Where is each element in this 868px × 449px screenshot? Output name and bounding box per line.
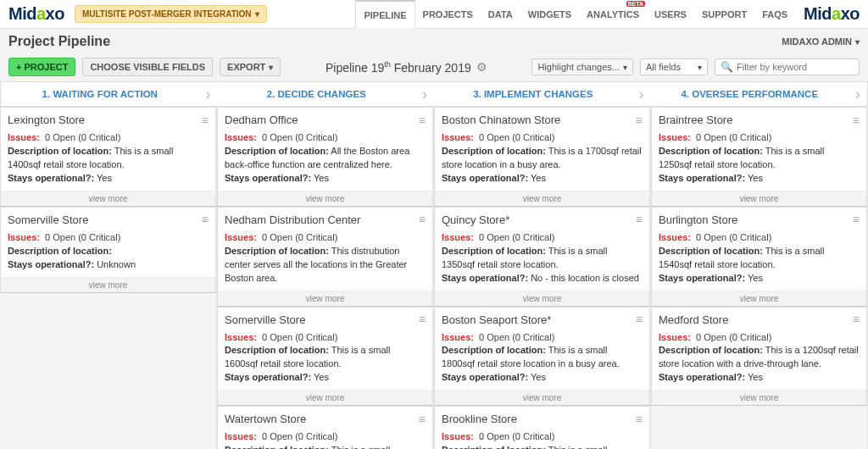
- issues-value: 0 Open (0 Critical): [479, 431, 554, 441]
- project-card[interactable]: Brookline Store≡Issues: 0 Open (0 Critic…: [434, 406, 650, 449]
- view-more[interactable]: view more: [218, 291, 432, 306]
- user-menu[interactable]: MIDAXO ADMIN▾: [782, 36, 860, 47]
- stays-value: Yes: [748, 173, 763, 183]
- card-head: Somerville Store≡: [1, 208, 215, 230]
- project-card[interactable]: Somerville Store≡Issues: 0 Open (0 Criti…: [0, 207, 216, 293]
- gear-icon[interactable]: ⚙: [476, 60, 487, 74]
- nav-faqs[interactable]: FAQS: [754, 0, 795, 28]
- stays-value: Yes: [314, 173, 329, 183]
- project-card[interactable]: Boston Chinatown Store≡Issues: 0 Open (0…: [434, 107, 650, 207]
- stage-1[interactable]: 1. WAITING FOR ACTION: [1, 82, 199, 106]
- project-card[interactable]: Boston Seaport Store*≡Issues: 0 Open (0 …: [434, 307, 650, 407]
- card-title: Brookline Store: [442, 413, 517, 425]
- desc-label: Description of location:: [659, 246, 763, 256]
- card-body: Issues: 0 Open (0 Critical)Description o…: [435, 429, 649, 449]
- nav-widgets[interactable]: WIDGETS: [520, 0, 579, 28]
- project-card[interactable]: Medford Store≡Issues: 0 Open (0 Critical…: [651, 307, 867, 407]
- stays-value: Unknown: [97, 259, 136, 269]
- card-menu-icon[interactable]: ≡: [419, 315, 426, 324]
- project-card[interactable]: Somerville Store≡Issues: 0 Open (0 Criti…: [217, 307, 433, 407]
- stays-value: Yes: [748, 273, 763, 283]
- card-menu-icon[interactable]: ≡: [419, 415, 426, 424]
- stays-value: Yes: [748, 372, 763, 382]
- issues-value: 0 Open (0 Critical): [262, 431, 337, 441]
- project-card[interactable]: Watertown Store≡Issues: 0 Open (0 Critic…: [217, 406, 433, 449]
- view-more[interactable]: view more: [1, 277, 215, 292]
- project-card[interactable]: Lexington Store≡Issues: 0 Open (0 Critic…: [0, 107, 216, 207]
- card-menu-icon[interactable]: ≡: [853, 315, 860, 324]
- board: Lexington Store≡Issues: 0 Open (0 Critic…: [0, 107, 868, 449]
- chevron-down-icon: ▾: [698, 63, 702, 72]
- desc-label: Description of location:: [659, 345, 763, 355]
- desc-label: Description of location:: [225, 445, 329, 449]
- card-menu-icon[interactable]: ≡: [202, 116, 209, 125]
- card-menu-icon[interactable]: ≡: [636, 315, 643, 324]
- project-card[interactable]: Dedham Office≡Issues: 0 Open (0 Critical…: [217, 107, 433, 207]
- issues-value: 0 Open (0 Critical): [262, 232, 337, 242]
- card-head: Brookline Store≡: [435, 407, 649, 429]
- chevron-down-icon: ▾: [623, 63, 627, 72]
- issues-label: Issues:: [442, 332, 474, 342]
- project-card[interactable]: Burlington Store≡Issues: 0 Open (0 Criti…: [651, 207, 867, 307]
- card-title: Nedham Distribution Center: [225, 213, 360, 226]
- card-title: Dedham Office: [225, 114, 298, 126]
- export-button[interactable]: EXPORT▾: [220, 58, 281, 76]
- view-more[interactable]: view more: [652, 191, 866, 206]
- view-more[interactable]: view more: [218, 390, 432, 405]
- project-card[interactable]: Braintree Store≡Issues: 0 Open (0 Critic…: [651, 107, 867, 207]
- card-title: Braintree Store: [659, 114, 732, 126]
- search-input[interactable]: [737, 62, 854, 72]
- nav-projects[interactable]: PROJECTS: [415, 0, 481, 28]
- stage-2[interactable]: 2. DECIDE CHANGES: [218, 82, 416, 106]
- pipeline-date: Pipeline 19th February 2019⚙: [287, 60, 525, 75]
- stays-value: Yes: [531, 173, 546, 183]
- stage-4[interactable]: 4. OVERSEE PERFORMANCE: [651, 82, 849, 106]
- card-menu-icon[interactable]: ≡: [419, 215, 426, 224]
- card-menu-icon[interactable]: ≡: [202, 215, 209, 224]
- context-selector[interactable]: MULTISITE POST-MERGER INTEGRATION▾: [75, 5, 267, 23]
- card-body: Issues: 0 Open (0 Critical)Description o…: [1, 130, 215, 191]
- stage-3[interactable]: 3. IMPLEMENT CHANGES: [434, 82, 632, 106]
- new-project-button[interactable]: +PROJECT: [8, 58, 75, 76]
- subbar: Project Pipeline MIDAXO ADMIN▾: [0, 29, 868, 54]
- highlight-select[interactable]: Highlight changes...▾: [531, 58, 633, 75]
- card-menu-icon[interactable]: ≡: [636, 116, 643, 125]
- card-head: Nedham Distribution Center≡: [218, 208, 432, 230]
- card-body: Issues: 0 Open (0 Critical)Description o…: [435, 130, 649, 191]
- nav-support[interactable]: SUPPORT: [694, 0, 754, 28]
- view-more[interactable]: view more: [1, 191, 215, 206]
- stage-arrow-icon: ›: [199, 82, 218, 106]
- view-more[interactable]: view more: [652, 390, 866, 405]
- card-body: Issues: 0 Open (0 Critical)Description o…: [652, 330, 866, 391]
- card-menu-icon[interactable]: ≡: [853, 215, 860, 224]
- view-more[interactable]: view more: [435, 390, 649, 405]
- issues-label: Issues:: [225, 431, 257, 441]
- stage-header: 1. WAITING FOR ACTION › 2. DECIDE CHANGE…: [0, 81, 868, 107]
- caret-down-icon: ▾: [855, 37, 860, 47]
- project-card[interactable]: Quincy Store*≡Issues: 0 Open (0 Critical…: [434, 207, 650, 307]
- project-card[interactable]: Nedham Distribution Center≡Issues: 0 Ope…: [217, 207, 433, 307]
- card-title: Somerville Store: [225, 313, 305, 326]
- view-more[interactable]: view more: [218, 191, 432, 206]
- view-more[interactable]: view more: [435, 191, 649, 206]
- nav-pipeline[interactable]: PIPELINE: [355, 0, 415, 29]
- desc-label: Description of location:: [442, 445, 546, 449]
- nav-analytics[interactable]: ANALYTICSBETA: [579, 0, 647, 28]
- choose-fields-button[interactable]: CHOOSE VISIBLE FIELDS: [82, 58, 213, 76]
- card-menu-icon[interactable]: ≡: [636, 215, 643, 224]
- view-more[interactable]: view more: [652, 291, 866, 306]
- card-menu-icon[interactable]: ≡: [636, 415, 643, 424]
- issues-label: Issues:: [442, 431, 474, 441]
- card-menu-icon[interactable]: ≡: [419, 116, 426, 125]
- issues-value: 0 Open (0 Critical): [696, 232, 771, 242]
- card-body: Issues: 0 Open (0 Critical)Description o…: [218, 130, 432, 191]
- desc-label: Description of location:: [8, 146, 112, 156]
- issues-value: 0 Open (0 Critical): [45, 132, 120, 142]
- view-more[interactable]: view more: [435, 291, 649, 306]
- nav-data[interactable]: DATA: [481, 0, 520, 28]
- stays-label: Stays operational?:: [442, 273, 528, 283]
- card-menu-icon[interactable]: ≡: [853, 116, 860, 125]
- issues-label: Issues:: [659, 132, 691, 142]
- nav-users[interactable]: USERS: [647, 0, 694, 28]
- fields-select[interactable]: All fields▾: [640, 58, 708, 75]
